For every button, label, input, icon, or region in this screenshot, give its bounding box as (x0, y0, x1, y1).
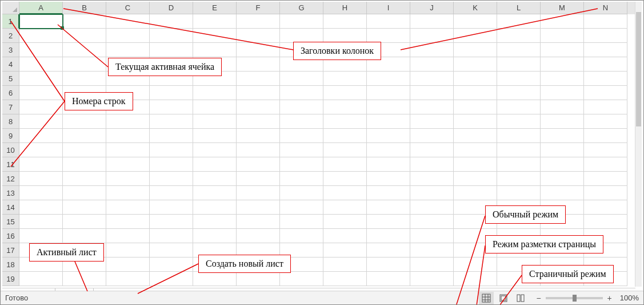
cell-F3[interactable] (237, 43, 280, 57)
cell-G5[interactable] (280, 72, 323, 86)
cell-C18[interactable] (106, 258, 150, 272)
column-header-B[interactable]: B (63, 2, 106, 14)
row-header-17[interactable]: 17 (2, 243, 19, 258)
cell-I9[interactable] (367, 129, 410, 143)
cell-A7[interactable] (19, 100, 63, 114)
cell-D19[interactable] (150, 272, 193, 286)
row-header-11[interactable]: 11 (2, 157, 19, 172)
cell-B1[interactable] (63, 14, 106, 29)
cell-K11[interactable] (454, 157, 497, 172)
view-normal-button[interactable] (479, 292, 494, 304)
row-header-13[interactable]: 13 (2, 186, 19, 200)
column-header-G[interactable]: G (280, 2, 323, 14)
row-header-9[interactable]: 9 (2, 129, 19, 143)
cell-E1[interactable] (193, 14, 237, 29)
cell-G8[interactable] (280, 114, 323, 129)
cell-E15[interactable] (193, 215, 237, 229)
cell-J15[interactable] (410, 215, 454, 229)
cell-A8[interactable] (19, 114, 63, 129)
cell-D10[interactable] (150, 143, 193, 157)
cell-H7[interactable] (323, 100, 367, 114)
cell-B2[interactable] (63, 29, 106, 43)
cell-I2[interactable] (367, 29, 410, 43)
cell-H6[interactable] (323, 86, 367, 100)
cell-K6[interactable] (454, 86, 497, 100)
column-header-C[interactable]: C (106, 2, 150, 14)
row-header-14[interactable]: 14 (2, 200, 19, 215)
cell-G11[interactable] (280, 157, 323, 172)
cell-M9[interactable] (541, 129, 584, 143)
cell-F14[interactable] (237, 200, 280, 215)
column-header-F[interactable]: F (237, 2, 280, 14)
cell-K4[interactable] (454, 57, 497, 72)
cell-K13[interactable] (454, 186, 497, 200)
cell-B10[interactable] (63, 143, 106, 157)
cell-F11[interactable] (237, 157, 280, 172)
row-header-6[interactable]: 6 (2, 86, 19, 100)
cell-A16[interactable] (19, 229, 63, 243)
cell-M8[interactable] (541, 114, 584, 129)
cell-N10[interactable] (584, 143, 627, 157)
zoom-in-button[interactable]: + (606, 294, 613, 303)
select-all-corner[interactable] (2, 2, 19, 14)
cell-D12[interactable] (150, 172, 193, 186)
cell-D6[interactable] (150, 86, 193, 100)
cell-E7[interactable] (193, 100, 237, 114)
cell-A11[interactable] (19, 157, 63, 172)
cell-N11[interactable] (584, 157, 627, 172)
cell-B4[interactable] (63, 57, 106, 72)
cell-B3[interactable] (63, 43, 106, 57)
column-header-A[interactable]: A (19, 2, 63, 14)
cell-M3[interactable] (541, 43, 584, 57)
cell-I8[interactable] (367, 114, 410, 129)
cell-B14[interactable] (63, 200, 106, 215)
cell-D7[interactable] (150, 100, 193, 114)
cell-C10[interactable] (106, 143, 150, 157)
cell-F4[interactable] (237, 57, 280, 72)
cell-B8[interactable] (63, 114, 106, 129)
row-header-8[interactable]: 8 (2, 114, 19, 129)
cell-F6[interactable] (237, 86, 280, 100)
column-header-K[interactable]: K (454, 2, 497, 14)
cell-J19[interactable] (410, 272, 454, 286)
cell-J12[interactable] (410, 172, 454, 186)
cell-B9[interactable] (63, 129, 106, 143)
cell-A1[interactable] (19, 14, 63, 29)
zoom-slider[interactable] (546, 297, 603, 299)
cell-N5[interactable] (584, 72, 627, 86)
cell-I13[interactable] (367, 186, 410, 200)
cell-N15[interactable] (584, 215, 627, 229)
column-header-J[interactable]: J (410, 2, 454, 14)
cell-G15[interactable] (280, 215, 323, 229)
cell-L6[interactable] (497, 86, 541, 100)
cell-E8[interactable] (193, 114, 237, 129)
cell-E10[interactable] (193, 143, 237, 157)
cell-B11[interactable] (63, 157, 106, 172)
cell-D11[interactable] (150, 157, 193, 172)
cell-B13[interactable] (63, 186, 106, 200)
cell-F15[interactable] (237, 215, 280, 229)
cell-J9[interactable] (410, 129, 454, 143)
cell-H13[interactable] (323, 186, 367, 200)
cell-E11[interactable] (193, 157, 237, 172)
cell-C2[interactable] (106, 29, 150, 43)
cell-J2[interactable] (410, 29, 454, 43)
cell-A15[interactable] (19, 215, 63, 229)
cell-I1[interactable] (367, 14, 410, 29)
cell-K18[interactable] (454, 258, 497, 272)
row-header-15[interactable]: 15 (2, 215, 19, 229)
cell-K8[interactable] (454, 114, 497, 129)
cell-H14[interactable] (323, 200, 367, 215)
cell-I17[interactable] (367, 243, 410, 258)
cell-M2[interactable] (541, 29, 584, 43)
cell-B15[interactable] (63, 215, 106, 229)
cell-C3[interactable] (106, 43, 150, 57)
cell-A14[interactable] (19, 200, 63, 215)
cell-M13[interactable] (541, 186, 584, 200)
cell-G14[interactable] (280, 200, 323, 215)
zoom-level[interactable]: 100% (620, 294, 639, 302)
cell-A19[interactable] (19, 272, 63, 286)
cell-I16[interactable] (367, 229, 410, 243)
zoom-out-button[interactable]: − (535, 294, 542, 303)
cell-F1[interactable] (237, 14, 280, 29)
